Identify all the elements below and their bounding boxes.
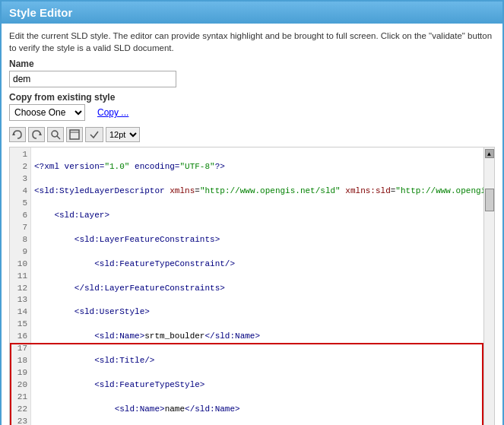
style-editor-window: Style Editor Edit the current SLD style.… <box>0 0 504 425</box>
editor-toolbar: 12pt 10pt 14pt <box>9 127 495 142</box>
redo-button[interactable] <box>28 127 45 142</box>
copy-label: Copy from existing style <box>9 92 495 103</box>
code-line-7: <sld:UserStyle> <box>34 306 491 319</box>
undo-icon <box>12 129 23 140</box>
code-line-2: <sld:StyledLayerDescriptor xmlns="http:/… <box>34 186 491 198</box>
svg-marker-1 <box>39 132 42 135</box>
code-line-11: <sld:Name>name</sld:Name> <box>34 404 491 416</box>
name-section: Name <box>9 59 495 87</box>
svg-point-2 <box>52 131 58 137</box>
line-numbers: 12345 678910 1112131415 1617181920 21222… <box>10 147 31 425</box>
svg-line-3 <box>57 136 60 139</box>
code-content: <?xml version="1.0" encoding="UTF-8"?> <… <box>31 147 494 425</box>
code-line-9: <sld:Title/> <box>34 355 491 367</box>
validate-button[interactable] <box>85 127 103 142</box>
code-line-6: </sld:LayerFeatureConstraints> <box>34 283 491 295</box>
fullscreen-button[interactable] <box>66 127 83 142</box>
editor-inner: 12345 678910 1112131415 1617181920 21222… <box>10 147 494 425</box>
code-line-1: <?xml version="1.0" encoding="UTF-8"?> <box>34 161 491 173</box>
code-line-5: <sld:FeatureTypeConstraint/> <box>34 258 491 271</box>
svg-rect-4 <box>70 130 79 139</box>
code-editor[interactable]: 12345 678910 1112131415 1617181920 21222… <box>9 147 495 425</box>
validate-icon <box>89 129 100 140</box>
fullscreen-icon <box>69 129 80 140</box>
name-input[interactable] <box>9 71 176 87</box>
style-select[interactable]: Choose One <box>9 104 85 121</box>
copy-link-button[interactable]: Copy ... <box>91 106 135 119</box>
description-text: Edit the current SLD style. The editor c… <box>9 30 495 54</box>
window-title: Style Editor <box>9 6 72 19</box>
code-line-10: <sld:FeatureTypeStyle> <box>34 379 491 392</box>
undo-button[interactable] <box>9 127 26 142</box>
code-line-8: <sld:Name>srtm_boulder</sld:Name> <box>34 331 491 343</box>
copy-row: Choose One Copy ... <box>9 104 495 121</box>
search-button[interactable] <box>47 127 64 142</box>
redo-icon <box>31 129 42 140</box>
code-line-3: <sld:Layer> <box>34 210 491 222</box>
code-line-4: <sld:LayerFeatureConstraints> <box>34 234 491 246</box>
name-label: Name <box>9 59 495 69</box>
svg-marker-0 <box>12 132 15 135</box>
copy-section: Copy from existing style Choose One Copy… <box>9 92 495 121</box>
scroll-up-button[interactable]: ▲ <box>485 149 494 158</box>
font-size-select[interactable]: 12pt 10pt 14pt <box>106 127 140 142</box>
scrollbar-track[interactable]: ▲ ▼ <box>483 147 494 425</box>
title-bar: Style Editor <box>2 2 502 24</box>
main-content: Edit the current SLD style. The editor c… <box>2 24 502 425</box>
scroll-thumb[interactable] <box>485 189 494 211</box>
search-icon <box>50 129 61 140</box>
